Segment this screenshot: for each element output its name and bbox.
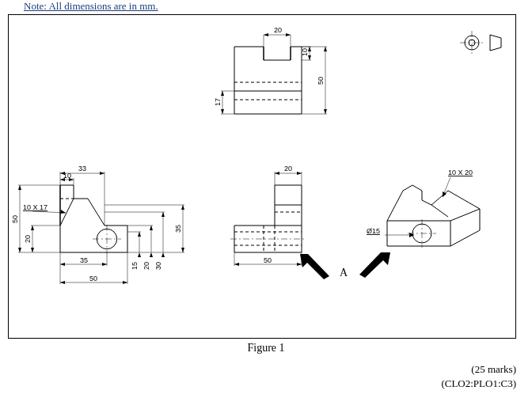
figure-caption: Figure 1 — [0, 342, 532, 354]
svg-marker-78 — [138, 232, 141, 237]
svg-marker-39 — [100, 172, 104, 175]
svg-marker-54 — [31, 248, 34, 252]
svg-marker-53 — [31, 226, 34, 230]
front-d2: 20 — [142, 262, 150, 270]
svg-marker-110 — [300, 254, 329, 279]
top-view: 20 10 50 17 — [214, 26, 327, 114]
svg-marker-62 — [60, 281, 65, 284]
top-notch-dim: 10 — [301, 48, 309, 56]
front-notch-w: 33 — [78, 165, 86, 172]
svg-marker-27 — [221, 91, 224, 96]
svg-marker-50 — [18, 248, 21, 252]
projection-symbol — [460, 31, 501, 55]
svg-marker-58 — [60, 263, 65, 266]
svg-marker-97 — [234, 263, 239, 266]
marks-block: (25 marks) (CLO2:PLO1:C3) — [441, 362, 516, 391]
top-height-dim: 50 — [317, 77, 325, 85]
marks-text: (25 marks) — [441, 362, 516, 377]
svg-marker-63 — [123, 281, 127, 284]
svg-marker-80 — [162, 212, 165, 217]
svg-marker-23 — [324, 109, 327, 114]
svg-marker-22 — [324, 47, 327, 51]
svg-marker-13 — [286, 33, 291, 36]
front-base-h: 35 — [174, 225, 182, 233]
section-label: A — [340, 267, 348, 279]
section-arrows: A — [300, 252, 390, 279]
svg-marker-77 — [162, 252, 165, 257]
front-d1: 15 — [131, 262, 139, 270]
svg-marker-59 — [102, 263, 107, 266]
svg-marker-111 — [359, 252, 390, 278]
svg-marker-92 — [275, 172, 279, 175]
side-view: 20 50 — [230, 165, 306, 266]
iso-chamfer: 10 X 20 — [448, 169, 473, 176]
outcome-text: (CLO2:PLO1:C3) — [441, 377, 516, 391]
svg-marker-12 — [264, 33, 268, 36]
front-base-x: 35 — [80, 256, 88, 264]
svg-marker-79 — [150, 226, 153, 230]
svg-marker-68 — [181, 248, 184, 252]
side-width: 50 — [264, 256, 272, 264]
svg-marker-67 — [181, 205, 184, 210]
top-band-dim: 17 — [214, 98, 222, 106]
top-width-dim: 20 — [274, 26, 282, 34]
isometric-view: 10 X 20 Ø15 — [367, 169, 480, 248]
svg-marker-98 — [297, 263, 302, 266]
svg-line-102 — [431, 205, 448, 217]
front-lower-h: 20 — [24, 235, 32, 243]
front-view: 33 10 10 X 17 50 20 35 50 35 15 20 — [11, 165, 184, 284]
svg-marker-45 — [60, 210, 66, 214]
front-tab-w: 10 — [63, 172, 71, 180]
svg-marker-28 — [221, 109, 224, 114]
note-text: Note: All dimensions are in mm. — [24, 0, 158, 13]
front-base-w: 50 — [89, 275, 97, 282]
side-tab-w: 20 — [284, 165, 292, 172]
drawing-svg: 20 10 50 17 33 10 10 X 17 50 — [9, 15, 515, 338]
svg-marker-93 — [297, 172, 302, 175]
front-d3: 30 — [154, 262, 162, 270]
svg-marker-75 — [138, 252, 141, 257]
svg-line-101 — [450, 209, 480, 221]
front-chamfer: 10 X 17 — [23, 203, 48, 211]
front-total-h: 50 — [11, 215, 19, 223]
iso-hole: Ø15 — [367, 227, 380, 235]
svg-marker-49 — [18, 185, 21, 190]
svg-marker-76 — [150, 252, 153, 257]
drawing-frame: 20 10 50 17 33 10 10 X 17 50 — [8, 14, 516, 339]
